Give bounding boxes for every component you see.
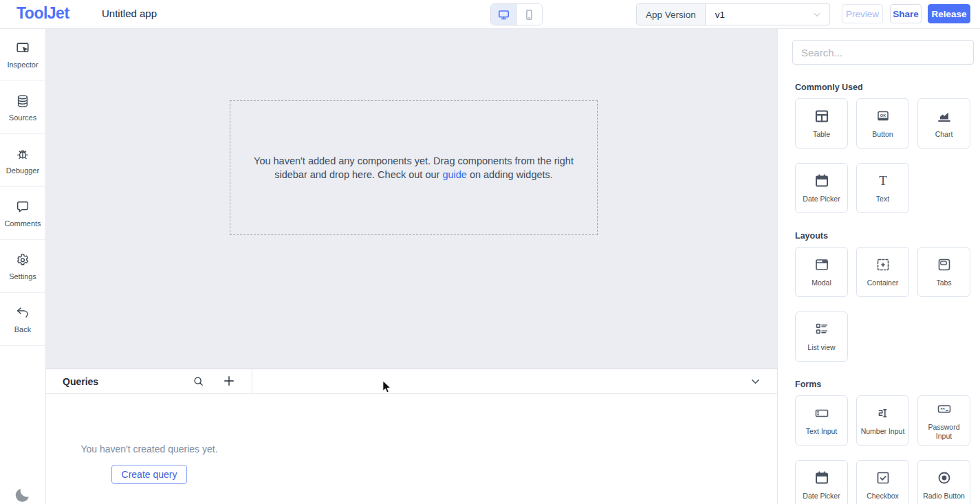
settings-icon bbox=[15, 252, 30, 267]
widget-grid: Modal Container Tabs bbox=[795, 247, 980, 362]
widget-card[interactable]: Text Input bbox=[795, 395, 848, 446]
debugger-icon bbox=[15, 146, 30, 162]
canvas-empty-message: You haven't added any components yet. Dr… bbox=[252, 154, 576, 182]
app-version-select[interactable]: v1 bbox=[706, 4, 829, 25]
left-sidebar-item-label: Debugger bbox=[6, 166, 39, 175]
tooljet-logo[interactable]: ToolJet bbox=[17, 4, 69, 23]
datepicker-icon bbox=[814, 173, 830, 189]
app-version-value: v1 bbox=[715, 10, 725, 20]
left-sidebar-item[interactable]: Sources bbox=[0, 81, 45, 134]
chevron-down-icon bbox=[812, 9, 823, 20]
query-panel: Queries You haven't created queries yet.… bbox=[46, 369, 777, 504]
widget-card[interactable]: Container bbox=[856, 247, 909, 297]
widget-card-label: Button bbox=[869, 130, 895, 139]
widget-card[interactable]: Modal bbox=[795, 247, 848, 297]
app-title[interactable]: Untitled app bbox=[102, 8, 157, 19]
canvas[interactable]: You haven't added any components yet. Dr… bbox=[46, 28, 777, 369]
widget-card-label: Chart bbox=[933, 130, 956, 139]
guide-link[interactable]: guide bbox=[442, 169, 466, 180]
left-sidebar-item[interactable]: Comments bbox=[0, 187, 45, 240]
left-sidebar-item-label: Inspector bbox=[7, 61, 38, 69]
widget-card-label: Password Input bbox=[918, 423, 970, 441]
preview-button[interactable]: Preview bbox=[842, 4, 883, 23]
widget-card[interactable]: Date Picker bbox=[795, 163, 848, 213]
top-bar: ToolJet Untitled app App Version v1 Prev… bbox=[0, 0, 980, 29]
widget-card-label: Container bbox=[864, 278, 902, 287]
widget-grid: Table OK Button Chart bbox=[795, 98, 980, 213]
widget-card-label: Radio Button bbox=[920, 492, 968, 501]
chart-icon bbox=[936, 108, 952, 124]
queries-title: Queries bbox=[63, 376, 98, 387]
left-sidebar-item[interactable]: Back bbox=[0, 293, 45, 346]
widget-section: Forms Text Input Number Input bbox=[795, 380, 980, 504]
widget-card-label: Number Input bbox=[858, 427, 908, 436]
query-panel-header: Queries bbox=[46, 369, 777, 394]
left-sidebar-item[interactable]: Debugger bbox=[0, 134, 45, 187]
mobile-layout-button[interactable] bbox=[516, 4, 543, 25]
app-version-label: App Version bbox=[637, 4, 706, 25]
widget-card-label: Text bbox=[873, 195, 892, 204]
widget-card-label: Text Input bbox=[803, 427, 840, 436]
widget-card[interactable]: Number Input bbox=[856, 395, 909, 446]
widget-section-title: Layouts bbox=[795, 231, 980, 241]
listview-icon bbox=[814, 321, 830, 338]
widget-section-title: Commonly Used bbox=[795, 83, 980, 92]
passwordinput-icon: ** bbox=[936, 401, 952, 417]
release-button[interactable]: Release bbox=[928, 4, 970, 23]
share-button[interactable]: Share bbox=[890, 4, 922, 23]
desktop-layout-button[interactable] bbox=[491, 4, 516, 25]
widget-card-label: Modal bbox=[809, 278, 834, 287]
app-version-control: App Version v1 bbox=[636, 3, 830, 25]
widget-card[interactable]: T Text bbox=[856, 163, 909, 213]
widget-card[interactable]: Tabs bbox=[917, 247, 970, 297]
widget-card-label: Tabs bbox=[933, 278, 954, 287]
svg-text:OK: OK bbox=[880, 113, 885, 118]
layout-toggle bbox=[490, 3, 543, 25]
dark-mode-toggle[interactable] bbox=[14, 486, 32, 503]
widget-card[interactable]: List view bbox=[795, 311, 848, 362]
widget-sidebar: Commonly Used Table OK Button bbox=[777, 28, 980, 504]
back-icon bbox=[15, 305, 30, 320]
tabs-icon bbox=[936, 256, 952, 273]
button-icon: OK bbox=[875, 108, 891, 124]
query-panel-header-left: Queries bbox=[46, 369, 252, 393]
widget-section: Commonly Used Table OK Button bbox=[795, 83, 980, 213]
widget-card-label: List view bbox=[805, 343, 838, 352]
empty-message-text-after: on adding widgets. bbox=[467, 169, 553, 180]
query-search-button[interactable] bbox=[193, 375, 204, 387]
widget-card[interactable]: ** Password Input bbox=[917, 395, 970, 446]
numberinput-icon bbox=[875, 405, 891, 421]
widget-card-label: Date Picker bbox=[800, 195, 842, 204]
svg-text:**: ** bbox=[940, 406, 945, 413]
collapse-query-panel-button[interactable] bbox=[749, 375, 762, 388]
left-sidebar-item[interactable]: Inspector bbox=[0, 28, 45, 81]
widget-card-label: Date Picker bbox=[800, 492, 842, 501]
widget-card[interactable]: Radio Button bbox=[917, 460, 970, 504]
radiobutton-icon bbox=[936, 470, 952, 486]
widget-card-label: Checkbox bbox=[864, 492, 902, 501]
left-sidebar-item[interactable]: Settings bbox=[0, 240, 45, 293]
text-icon: T bbox=[875, 173, 891, 189]
textinput-icon bbox=[814, 405, 830, 421]
query-list-panel: You haven't created queries yet. Create … bbox=[46, 394, 252, 484]
widget-section-title: Forms bbox=[795, 380, 980, 389]
canvas-dropzone[interactable]: You haven't added any components yet. Dr… bbox=[230, 100, 598, 235]
create-query-button[interactable]: Create query bbox=[111, 465, 188, 484]
svg-text:T: T bbox=[879, 173, 887, 188]
checkbox-icon bbox=[875, 470, 891, 486]
modal-icon bbox=[814, 256, 830, 273]
widget-card[interactable]: Chart bbox=[917, 98, 970, 149]
widget-card[interactable]: Table bbox=[795, 98, 848, 149]
widget-search-input[interactable] bbox=[792, 40, 974, 65]
left-sidebar-items: Inspector Sources Debugger Comments bbox=[0, 28, 45, 346]
container-icon bbox=[875, 256, 891, 273]
sources-icon bbox=[15, 94, 30, 109]
mobile-icon bbox=[523, 8, 536, 21]
left-sidebar-item-label: Settings bbox=[9, 272, 36, 281]
queries-empty-text: You haven't created queries yet. bbox=[80, 443, 217, 454]
widget-card[interactable]: OK Button bbox=[856, 98, 909, 149]
widget-card[interactable]: Checkbox bbox=[856, 460, 909, 504]
left-sidebar-item-label: Sources bbox=[9, 113, 36, 122]
add-query-button[interactable] bbox=[222, 374, 236, 388]
widget-card[interactable]: Date Picker bbox=[795, 460, 848, 504]
